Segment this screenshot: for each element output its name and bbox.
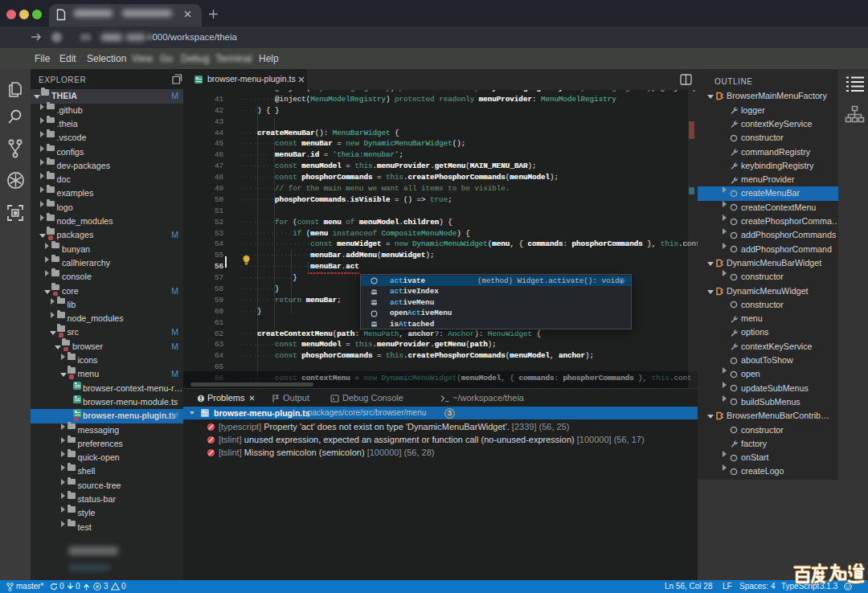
svg-text:i: i — [621, 278, 623, 284]
